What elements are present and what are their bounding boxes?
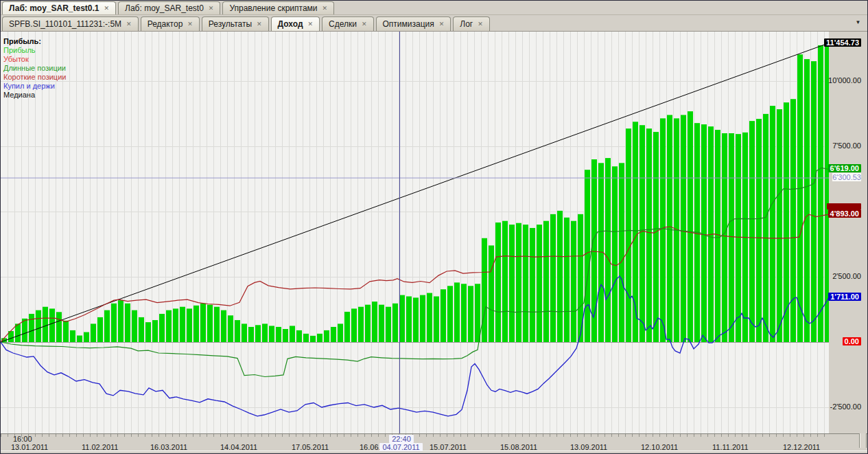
profit-bar bbox=[749, 121, 755, 342]
tab-close-icon[interactable]: ✕ bbox=[308, 21, 314, 27]
profit-bar bbox=[200, 304, 206, 342]
doc-tab-6[interactable]: Лог✕ bbox=[453, 16, 489, 31]
profit-bar bbox=[756, 119, 762, 342]
y-axis-label: 10'000.00 bbox=[828, 76, 861, 84]
x-axis-ticks bbox=[1, 434, 829, 437]
profit-chart[interactable] bbox=[1, 32, 829, 433]
tab-close-icon[interactable]: ✕ bbox=[362, 21, 367, 27]
profit-bar bbox=[152, 320, 158, 342]
profit-bar bbox=[790, 99, 796, 342]
profit-bar bbox=[646, 128, 652, 342]
profit-bar bbox=[495, 223, 501, 342]
profit-bar bbox=[701, 124, 707, 342]
tab-close-icon[interactable]: ✕ bbox=[187, 21, 193, 27]
profit-bar bbox=[392, 304, 398, 342]
profit-bar bbox=[427, 293, 432, 342]
profit-bar bbox=[447, 286, 453, 342]
doc-tab-label: Лог bbox=[460, 19, 473, 29]
profit-bar bbox=[557, 211, 563, 342]
legend-item-4: Купил и держи bbox=[3, 82, 66, 91]
profit-bar bbox=[242, 324, 247, 342]
x-axis-date-label: 15.07.2011 bbox=[430, 443, 467, 451]
tab-close-icon[interactable]: ✕ bbox=[126, 21, 132, 27]
profit-bar bbox=[770, 106, 775, 342]
profit-bar bbox=[132, 310, 137, 342]
doc-tab-5[interactable]: Оптимизация✕ bbox=[376, 16, 451, 31]
tab-close-icon[interactable]: ✕ bbox=[104, 5, 110, 12]
profit-bar bbox=[310, 336, 316, 342]
doc-tab-2[interactable]: Результаты✕ bbox=[202, 16, 269, 31]
legend-item-0: Прибыль bbox=[3, 46, 66, 55]
profit-bar bbox=[77, 336, 82, 343]
profit-bar bbox=[797, 54, 803, 342]
profit-bar bbox=[509, 225, 515, 342]
y-axis-value-box: 0.00 bbox=[843, 337, 861, 345]
profit-bar bbox=[166, 310, 172, 342]
profit-bar bbox=[29, 314, 34, 342]
profit-bar bbox=[36, 310, 41, 342]
y-axis: 10'000.007'500.002'500.00-2'500.0011'454… bbox=[829, 32, 867, 433]
profit-bar bbox=[338, 324, 343, 342]
profit-bar bbox=[187, 308, 192, 342]
document-tabbar: SPFB.SI_110101_111231:-:5M✕Редактор✕Резу… bbox=[1, 15, 867, 32]
profit-bar bbox=[324, 330, 329, 342]
profit-bar bbox=[777, 109, 782, 342]
profit-bar bbox=[207, 305, 213, 342]
profit-bar bbox=[571, 221, 576, 342]
x-axis-date-label: 11.11.2011 bbox=[712, 443, 749, 451]
profit-bar bbox=[489, 245, 494, 342]
profit-bar bbox=[626, 128, 631, 342]
doc-tab-1[interactable]: Редактор✕ bbox=[141, 16, 200, 31]
profit-bar bbox=[125, 304, 130, 342]
profit-bar bbox=[550, 214, 556, 342]
profit-bar bbox=[399, 295, 405, 342]
profit-bar bbox=[317, 334, 322, 342]
profit-bar bbox=[543, 221, 549, 342]
lab-tab-label: Лаб: moy_SAR_test0.1 bbox=[9, 3, 99, 13]
x-axis-date-label: 16.03.2011 bbox=[150, 443, 187, 451]
profit-bar bbox=[818, 45, 823, 342]
y-axis-value-box: 1'711.00 bbox=[828, 293, 861, 301]
profit-bar bbox=[468, 286, 473, 342]
doc-tab-0[interactable]: SPFB.SI_110101_111231:-:5M✕ bbox=[2, 16, 139, 31]
doc-tab-label: Редактор bbox=[148, 19, 183, 29]
x-axis-date-label: 14.04.2011 bbox=[220, 443, 257, 451]
doc-tab-4[interactable]: Сделки✕ bbox=[322, 16, 373, 31]
legend-item-3: Короткие позиции bbox=[3, 73, 66, 82]
tab-close-icon[interactable]: ✕ bbox=[209, 5, 214, 12]
lab-tab-2[interactable]: Управление скриптами✕ bbox=[222, 1, 334, 14]
profit-bar bbox=[482, 238, 487, 342]
tab-close-icon[interactable]: ✕ bbox=[257, 21, 262, 27]
lab-tabbar: Лаб: moy_SAR_test0.1✕Лаб: moy_SAR_test0✕… bbox=[1, 1, 867, 15]
y-axis-value-box: 6'619.00 bbox=[828, 164, 861, 172]
profit-bar bbox=[736, 134, 741, 342]
profit-bar bbox=[262, 324, 268, 342]
doc-tab-label: Результаты bbox=[209, 19, 252, 29]
profit-bar bbox=[420, 295, 425, 342]
profit-bar bbox=[331, 327, 336, 342]
tab-close-icon[interactable]: ✕ bbox=[439, 21, 445, 27]
profit-bar bbox=[537, 225, 542, 342]
legend-title: Прибыль: bbox=[3, 37, 66, 46]
profit-bar bbox=[193, 306, 199, 342]
profit-bar bbox=[118, 300, 124, 342]
profit-bar bbox=[104, 310, 110, 342]
profit-bar bbox=[441, 289, 446, 342]
lab-tab-1[interactable]: Лаб: moy_SAR_test0✕ bbox=[118, 1, 220, 14]
tab-close-icon[interactable]: ✕ bbox=[478, 21, 483, 27]
profit-bar bbox=[413, 297, 419, 342]
tab-list-dropdown-button[interactable]: ▼ bbox=[852, 18, 864, 27]
profit-bar bbox=[811, 61, 817, 342]
lab-tab-label: Управление скриптами bbox=[229, 3, 317, 13]
profit-bar bbox=[97, 317, 103, 342]
doc-tab-3[interactable]: Доход✕ bbox=[271, 16, 320, 31]
lab-tab-0[interactable]: Лаб: moy_SAR_test0.1✕ bbox=[2, 1, 116, 14]
x-axis-date-label: 15.08.2011 bbox=[500, 443, 537, 451]
profit-bar bbox=[43, 307, 48, 342]
profit-bar bbox=[605, 158, 611, 342]
profit-bar bbox=[640, 125, 645, 342]
profit-bar bbox=[15, 324, 21, 342]
tab-close-icon[interactable]: ✕ bbox=[322, 5, 328, 12]
profit-bar bbox=[145, 322, 151, 342]
profit-bar bbox=[56, 312, 62, 342]
